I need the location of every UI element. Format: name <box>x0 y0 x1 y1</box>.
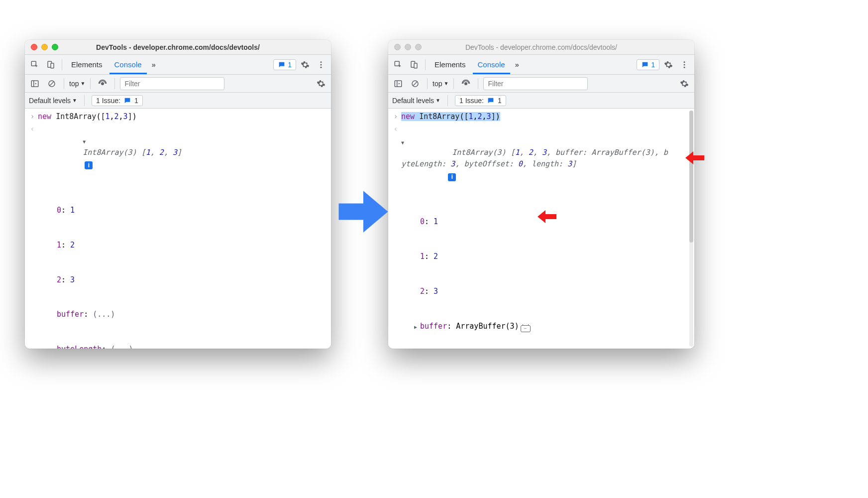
console-settings-icon[interactable] <box>314 77 328 91</box>
console-result[interactable]: Int8Array(3) [1, 2, 3, buffer: ArrayBuff… <box>388 123 694 349</box>
close-icon[interactable] <box>31 44 37 50</box>
annotation-arrow-icon <box>537 209 556 226</box>
overflow-tabs-icon[interactable]: » <box>149 60 159 69</box>
window-title: DevTools - developer.chrome.com/docs/dev… <box>25 40 331 54</box>
console-result[interactable]: Int8Array(3) [1, 2, 3] i 0: 1 1: 2 2: 3 … <box>25 123 331 349</box>
info-icon[interactable]: i <box>448 173 456 181</box>
separator <box>90 78 91 89</box>
overflow-tabs-icon[interactable]: » <box>512 60 522 69</box>
console-settings-icon[interactable] <box>677 77 691 91</box>
issues-counter[interactable]: 1 Issue: 1 <box>455 95 506 106</box>
separator <box>427 78 428 89</box>
close-icon[interactable] <box>394 44 401 50</box>
more-icon[interactable] <box>314 58 328 72</box>
filter-input[interactable] <box>483 77 588 90</box>
object-prop: 1: 2 <box>414 251 687 262</box>
object-prop: 2: 3 <box>414 286 687 297</box>
log-levels-selector[interactable]: Default levels ▼ <box>29 97 77 105</box>
separator <box>453 78 454 89</box>
more-icon[interactable] <box>677 58 691 72</box>
transition-arrow-icon <box>336 184 391 241</box>
minimize-icon[interactable] <box>405 44 411 50</box>
issues-count: 1 <box>288 61 292 69</box>
tab-elements[interactable]: Elements <box>430 55 471 74</box>
svg-rect-15 <box>395 81 402 87</box>
object-tree: 0: 1 1: 2 2: 3 buffer: (...) byteLength:… <box>38 182 327 349</box>
separator <box>62 59 62 70</box>
zoom-icon[interactable] <box>52 44 58 50</box>
traffic-lights[interactable] <box>394 44 422 50</box>
settings-icon[interactable] <box>661 58 675 72</box>
devtools-top-toolbar: Elements Console » 1 <box>25 55 331 75</box>
issues-button[interactable]: 1 <box>273 59 296 70</box>
tab-console[interactable]: Console <box>473 55 510 74</box>
svg-point-3 <box>321 61 322 63</box>
filter-input[interactable] <box>120 77 224 90</box>
console-levels-bar: Default levels ▼ 1 Issue: 1 <box>388 93 694 109</box>
console-toolbar: top▼ <box>388 75 694 93</box>
devtools-top-toolbar: Elements Console » 1 <box>388 55 694 75</box>
zoom-icon[interactable] <box>415 44 422 50</box>
separator <box>64 78 64 89</box>
scrollbar[interactable] <box>689 111 693 347</box>
console-output[interactable]: new Int8Array([1,2,3]) Int8Array(3) [1, … <box>388 109 694 349</box>
clear-console-icon[interactable] <box>408 77 422 91</box>
expand-toggle-icon[interactable] <box>401 136 407 148</box>
settings-icon[interactable] <box>298 58 312 72</box>
issues-count: 1 <box>651 61 655 69</box>
svg-point-4 <box>321 64 322 65</box>
inspect-icon[interactable] <box>28 58 42 72</box>
svg-point-17 <box>464 82 467 85</box>
object-prop-buffer[interactable]: buffer: ArrayBuffer(3)⋯ <box>414 321 687 332</box>
object-prop: 1: 2 <box>51 240 327 251</box>
device-toggle-icon[interactable] <box>407 58 421 72</box>
traffic-lights[interactable] <box>31 44 58 50</box>
console-toolbar: top▼ <box>25 75 331 93</box>
inspect-icon[interactable] <box>391 58 405 72</box>
clear-console-icon[interactable] <box>45 77 59 91</box>
window-title: DevTools - developer.chrome.com/docs/dev… <box>388 40 694 54</box>
device-toggle-icon[interactable] <box>44 58 58 72</box>
tab-console[interactable]: Console <box>109 55 147 74</box>
separator <box>425 59 426 70</box>
context-selector[interactable]: top▼ <box>69 80 85 88</box>
titlebar[interactable]: DevTools - developer.chrome.com/docs/dev… <box>388 40 694 55</box>
sidebar-toggle-icon[interactable] <box>391 77 405 91</box>
svg-rect-6 <box>31 81 38 87</box>
filter-field[interactable] <box>488 80 583 88</box>
annotation-arrow-icon <box>684 150 704 167</box>
svg-point-8 <box>101 82 104 85</box>
minimize-icon[interactable] <box>41 44 48 50</box>
console-input-echo: new Int8Array([1,2,3]) <box>388 111 694 123</box>
svg-point-14 <box>684 66 685 68</box>
console-input-echo: new Int8Array([1,2,3]) <box>25 111 331 123</box>
log-levels-selector[interactable]: Default levels ▼ <box>392 97 440 105</box>
expand-toggle-icon[interactable] <box>414 321 420 332</box>
console-levels-bar: Default levels ▼ 1 Issue: 1 <box>25 93 331 109</box>
issues-counter[interactable]: 1 Issue: 1 <box>92 95 143 106</box>
svg-rect-11 <box>414 63 417 68</box>
console-output[interactable]: new Int8Array([1,2,3]) Int8Array(3) [1, … <box>25 109 331 349</box>
memory-inspector-icon[interactable]: ⋯ <box>521 325 531 332</box>
scrollbar-thumb[interactable] <box>689 111 693 243</box>
svg-point-12 <box>684 61 685 63</box>
separator <box>478 78 478 89</box>
expand-toggle-icon[interactable] <box>83 135 89 147</box>
issues-button[interactable]: 1 <box>637 59 659 70</box>
separator <box>114 78 115 89</box>
live-expression-icon[interactable] <box>459 77 473 91</box>
svg-rect-2 <box>51 63 54 68</box>
filter-field[interactable] <box>124 80 220 88</box>
object-prop: buffer: (...) <box>51 309 327 320</box>
context-selector[interactable]: top▼ <box>433 80 448 88</box>
sidebar-toggle-icon[interactable] <box>28 77 42 91</box>
live-expression-icon[interactable] <box>96 77 109 91</box>
info-icon[interactable]: i <box>85 161 93 169</box>
titlebar[interactable]: DevTools - developer.chrome.com/docs/dev… <box>25 40 331 55</box>
object-prop: 2: 3 <box>51 274 327 286</box>
object-prop: 0: 1 <box>51 205 327 216</box>
tab-elements[interactable]: Elements <box>66 55 108 74</box>
separator <box>447 95 448 106</box>
object-prop: byteLength: (...) <box>51 344 327 349</box>
svg-point-13 <box>684 64 685 65</box>
